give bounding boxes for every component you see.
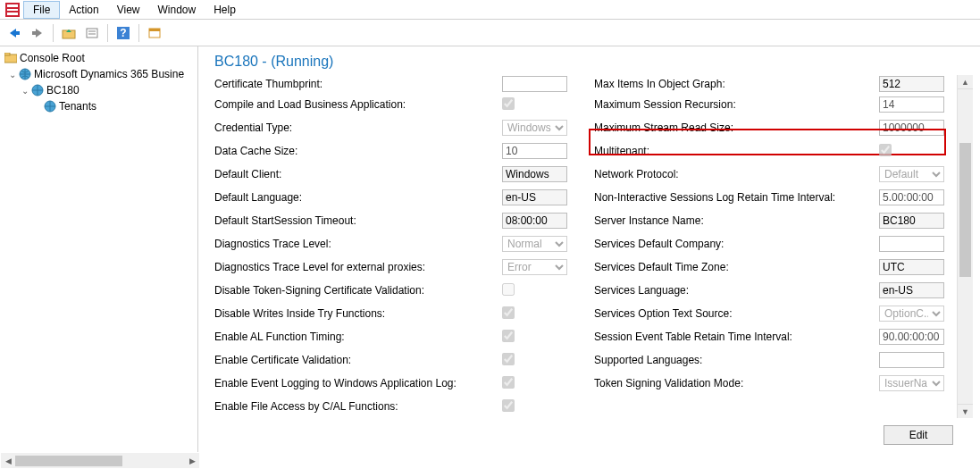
menu-action[interactable]: Action	[60, 2, 107, 18]
label: Enable AL Function Timing:	[214, 331, 502, 343]
max-items-value: 512	[879, 76, 944, 92]
enable-event-log-checkbox[interactable]	[502, 376, 515, 389]
scroll-thumb[interactable]	[15, 456, 122, 466]
svc-company-input[interactable]	[879, 236, 944, 252]
row-diag-trace: Diagnostics Trace Level: Normal	[214, 232, 567, 255]
enable-cert-valid-checkbox[interactable]	[502, 353, 515, 365]
diag-trace-select[interactable]: Normal	[502, 236, 567, 252]
row-noninteractive: Non-Interactive Sessions Log Retain Time…	[594, 186, 944, 209]
multitenant-checkbox[interactable]	[879, 144, 892, 156]
new-window-button[interactable]	[144, 22, 165, 44]
row-svc-lang: Services Language: en-US	[594, 279, 944, 302]
edit-button[interactable]: Edit	[884, 425, 953, 445]
svg-rect-15	[4, 53, 10, 55]
label: Services Default Company:	[594, 238, 879, 250]
globe-icon	[30, 83, 45, 97]
toolbar-separator	[107, 24, 108, 42]
menu-view[interactable]: View	[108, 2, 149, 18]
cert-thumbprint-input[interactable]	[502, 76, 567, 92]
row-server-instance: Server Instance Name: BC180	[594, 209, 944, 232]
tree-bc180[interactable]: ⌄ BC180	[2, 82, 196, 98]
start-timeout-value: 08:00:00	[502, 213, 567, 229]
svc-lang-value: en-US	[879, 282, 944, 298]
scroll-thumb[interactable]	[959, 143, 971, 277]
default-lang-value: en-US	[502, 189, 567, 205]
label: Max Items In Object Graph:	[594, 78, 879, 90]
row-enable-file-access: Enable File Access by C/AL Functions:	[214, 395, 567, 418]
settings-column-left: Certificate Thumbprint: Compile and Load…	[214, 75, 567, 418]
row-data-cache: Data Cache Size:	[214, 139, 567, 163]
compile-load-checkbox[interactable]	[502, 97, 515, 110]
scroll-left-icon[interactable]: ◀	[1, 454, 15, 468]
expander-icon[interactable]: ⌄	[20, 86, 30, 96]
label: Server Instance Name:	[594, 214, 879, 227]
help-button[interactable]: ?	[113, 22, 134, 44]
row-multitenant: Multitenant:	[594, 139, 944, 163]
forward-button[interactable]	[27, 22, 48, 44]
row-start-timeout: Default StartSession Timeout: 08:00:00	[214, 209, 567, 232]
label: Maximum Session Recursion:	[594, 98, 879, 111]
row-session-event-retain: Session Event Table Retain Time Interval…	[594, 325, 944, 348]
folder-icon	[4, 51, 18, 65]
tree-label: Tenants	[59, 100, 96, 113]
token-sign-mode-select[interactable]: IssuerNa...	[879, 375, 944, 391]
enable-file-access-checkbox[interactable]	[502, 399, 515, 412]
label: Data Cache Size:	[214, 145, 502, 157]
row-cert-thumbprint: Certificate Thumbprint:	[214, 75, 567, 93]
label: Multitenant:	[594, 145, 879, 157]
label: Maximum Stream Read Size:	[594, 121, 879, 134]
vertical-scrollbar[interactable]: ▲ ▼	[957, 75, 973, 418]
scroll-up-icon[interactable]: ▲	[958, 75, 973, 89]
scroll-down-icon[interactable]: ▼	[958, 404, 973, 418]
detail-pane: BC180 - (Running) Certificate Thumbprint…	[198, 46, 980, 452]
label: Disable Writes Inside Try Functions:	[214, 307, 502, 320]
disable-token-sign-checkbox[interactable]	[502, 283, 515, 296]
horizontal-scrollbar[interactable]: ◀ ▶	[1, 453, 199, 468]
toolbar-separator	[53, 24, 54, 42]
server-instance-value: BC180	[879, 213, 944, 229]
tree-console-root[interactable]: Console Root	[2, 50, 196, 66]
expander-icon[interactable]: ⌄	[7, 70, 18, 80]
row-disable-token-sign: Disable Token-Signing Certificate Valida…	[214, 279, 567, 302]
menu-window[interactable]: Window	[149, 2, 205, 18]
data-cache-input[interactable]	[502, 143, 567, 159]
noninteractive-input[interactable]	[879, 189, 944, 205]
enable-al-timing-checkbox[interactable]	[502, 330, 515, 342]
label: Diagnostics Trace Level for external pro…	[214, 261, 502, 273]
disable-writes-checkbox[interactable]	[502, 306, 515, 319]
scroll-track[interactable]	[958, 89, 973, 404]
menu-help[interactable]: Help	[205, 2, 245, 18]
menu-file[interactable]: File	[23, 1, 60, 19]
menu-bar: File Action View Window Help	[0, 0, 980, 20]
label: Non-Interactive Sessions Log Retain Time…	[594, 191, 879, 204]
row-diag-trace-ext: Diagnostics Trace Level for external pro…	[214, 255, 567, 279]
max-stream-input[interactable]	[879, 120, 944, 136]
label: Token Signing Validation Mode:	[594, 377, 879, 389]
scroll-right-icon[interactable]: ▶	[185, 454, 199, 468]
svg-rect-4	[15, 31, 20, 35]
row-token-sign-mode: Token Signing Validation Mode: IssuerNa.…	[594, 372, 944, 395]
label: Default Language:	[214, 191, 502, 204]
session-event-retain-input[interactable]	[879, 329, 944, 345]
globe-icon	[18, 67, 32, 81]
back-button[interactable]	[4, 22, 25, 44]
network-protocol-select[interactable]: Default	[879, 166, 944, 182]
tree-pane: Console Root ⌄ Microsoft Dynamics 365 Bu…	[0, 46, 198, 452]
max-recursion-input[interactable]	[879, 96, 944, 113]
properties-button[interactable]	[81, 22, 103, 44]
label: Disable Token-Signing Certificate Valida…	[214, 284, 502, 297]
toolbar-separator	[138, 24, 139, 42]
svc-option-text-select[interactable]: OptionC...	[879, 306, 944, 322]
row-compile-load: Compile and Load Business Application:	[214, 93, 567, 116]
supported-lang-input[interactable]	[879, 352, 944, 368]
svg-rect-5	[32, 31, 37, 35]
label: Compile and Load Business Application:	[214, 98, 502, 111]
tree-dynamics-root[interactable]: ⌄ Microsoft Dynamics 365 Busine	[2, 66, 196, 82]
up-folder-button[interactable]	[58, 22, 80, 44]
tree-tenants[interactable]: Tenants	[2, 98, 196, 114]
row-default-client: Default Client: Windows	[214, 163, 567, 186]
scroll-track[interactable]	[15, 455, 185, 467]
diag-trace-ext-select[interactable]: Error	[502, 259, 567, 275]
credential-type-select[interactable]: Windows	[502, 120, 567, 136]
default-client-value: Windows	[502, 166, 567, 182]
